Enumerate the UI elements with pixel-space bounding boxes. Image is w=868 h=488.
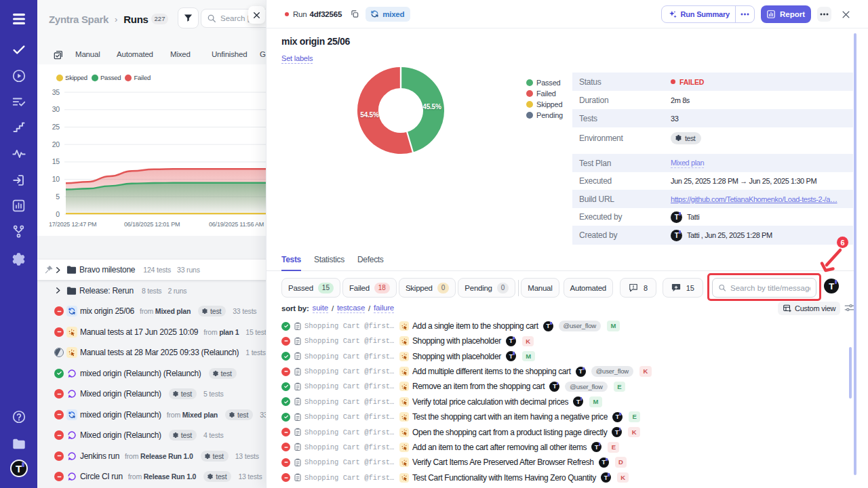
projects-folder-icon[interactable] bbox=[0, 436, 37, 451]
test-title[interactable]: Add multiple different items to the shop… bbox=[412, 367, 571, 376]
donut-legend-item-skipped[interactable]: Skipped bbox=[526, 99, 563, 110]
expand-chevron[interactable] bbox=[54, 287, 62, 294]
run-title[interactable]: Manual tests at 17 Jun 2025 10:09 bbox=[80, 327, 198, 337]
panel-close-button[interactable] bbox=[841, 9, 851, 20]
test-title[interactable]: Shopping with placeholder bbox=[412, 336, 501, 346]
settings-gear-icon[interactable] bbox=[0, 251, 37, 267]
donut-legend-item-passed[interactable]: Passed bbox=[526, 77, 563, 88]
test-row[interactable]: Shopping Cart @first…Shopping with place… bbox=[267, 333, 854, 348]
column-settings-icon[interactable] bbox=[844, 304, 854, 312]
test-row[interactable]: Shopping Cart @first…Remove an item from… bbox=[267, 379, 854, 394]
test-title[interactable]: Remove an item from the shopping cart bbox=[412, 382, 545, 391]
chip-comment-plus[interactable]: 15 bbox=[663, 278, 703, 298]
legend-item-failed[interactable]: Failed bbox=[125, 74, 151, 81]
test-row[interactable]: Shopping Cart @first…Add multiple differ… bbox=[267, 364, 854, 379]
test-title[interactable]: Test the shopping cart with an item havi… bbox=[412, 412, 608, 422]
chip-comment-exclaim[interactable]: 8 bbox=[620, 278, 656, 298]
tab-mixed[interactable]: Mixed bbox=[170, 50, 191, 58]
bar-chart-icon[interactable] bbox=[0, 198, 37, 213]
assignee-avatar[interactable]: T bbox=[824, 279, 839, 293]
check-icon[interactable] bbox=[0, 42, 37, 57]
tests-search-input[interactable] bbox=[730, 284, 810, 292]
breadcrumb-project[interactable]: Zyntra Spark bbox=[49, 14, 108, 25]
pulse-icon[interactable] bbox=[0, 146, 37, 161]
chip-pending[interactable]: Pending0 bbox=[458, 278, 515, 298]
chip-failed[interactable]: Failed18 bbox=[342, 278, 397, 298]
menu-icon[interactable] bbox=[0, 12, 37, 26]
boom-icon bbox=[401, 474, 408, 481]
tests-scrollbar[interactable] bbox=[849, 347, 852, 399]
chip-automated[interactable]: Automated bbox=[564, 278, 613, 298]
report-button[interactable]: Report bbox=[761, 5, 811, 23]
test-title[interactable]: Verify Cart Items Are Preserved After Br… bbox=[412, 458, 594, 467]
test-title[interactable]: Add an item to the cart after removing a… bbox=[412, 443, 587, 452]
sort-testcase-link[interactable]: testcase bbox=[337, 304, 365, 313]
tab-manual[interactable]: Manual bbox=[75, 50, 100, 58]
test-plan-link[interactable]: Mixed plan bbox=[671, 159, 704, 168]
run-type-badge[interactable]: mixed bbox=[366, 7, 410, 22]
sort-failure-link[interactable]: failure bbox=[374, 304, 394, 313]
tab-unfinished[interactable]: Unfinished bbox=[212, 50, 247, 58]
chip-passed[interactable]: Passed15 bbox=[281, 278, 340, 298]
donut-legend-item-failed[interactable]: Failed bbox=[526, 88, 563, 99]
run-summary-more-button[interactable] bbox=[735, 6, 754, 22]
run-title[interactable]: mixed origin (Relaunch) bbox=[80, 410, 161, 420]
legend-item-skipped[interactable]: Skipped bbox=[56, 74, 87, 81]
floating-close-button[interactable] bbox=[248, 6, 265, 24]
run-title[interactable]: Circle CI run bbox=[80, 472, 123, 481]
run-title[interactable]: Jenkins run bbox=[80, 451, 119, 461]
run-title[interactable]: Mixed origin (Relaunch) bbox=[80, 389, 161, 399]
test-title[interactable]: Add a single item to the shopping cart bbox=[412, 321, 538, 331]
run-title[interactable]: mix origin 25/06 bbox=[80, 306, 134, 316]
list-check-icon[interactable] bbox=[0, 95, 37, 110]
folder-title[interactable]: Release: Rerun bbox=[79, 286, 134, 296]
filter-button[interactable] bbox=[178, 7, 199, 28]
test-title[interactable]: Test Cart Functionality with Items Havin… bbox=[412, 473, 596, 483]
select-all-icon[interactable] bbox=[53, 49, 64, 60]
build-url-link[interactable]: https://github.com/TetianaKhomenko/Load-… bbox=[671, 195, 837, 203]
donut-legend-item-pending[interactable]: Pending bbox=[526, 110, 563, 121]
panel-actions: Run Summary Report bbox=[661, 5, 851, 23]
test-row[interactable]: Shopping Cart @first…Test the shopping c… bbox=[267, 409, 854, 424]
run-title[interactable]: mixed origin (Relaunch) (Relaunch) bbox=[80, 369, 201, 378]
test-title[interactable]: Open the shopping cart from a product li… bbox=[412, 428, 607, 437]
tab-defects[interactable]: Defects bbox=[357, 255, 384, 270]
user-avatar[interactable]: T bbox=[0, 460, 37, 477]
test-row[interactable]: Shopping Cart @first…Test Cart Functiona… bbox=[267, 470, 854, 485]
failed-icon bbox=[281, 443, 290, 451]
test-row[interactable]: Shopping Cart @first…Add a single item t… bbox=[267, 319, 854, 333]
tab-automated[interactable]: Automated bbox=[117, 50, 153, 58]
test-row[interactable]: Shopping Cart @first…Verify total price … bbox=[267, 394, 854, 409]
run-summary-button[interactable]: Run Summary bbox=[661, 5, 755, 23]
panel-scrollbar[interactable] bbox=[854, 33, 856, 475]
set-labels-link[interactable]: Set labels bbox=[281, 54, 313, 64]
run-title[interactable]: Mixed origin (Relaunch) bbox=[80, 430, 161, 440]
test-row[interactable]: Shopping Cart @first…Shopping with place… bbox=[267, 349, 854, 364]
play-circle-icon[interactable] bbox=[0, 68, 37, 83]
help-icon[interactable] bbox=[0, 409, 37, 424]
environment-badge[interactable]: test bbox=[671, 132, 701, 144]
run-from: from plan 1 bbox=[203, 328, 239, 336]
custom-view-button[interactable]: Custom view bbox=[778, 302, 840, 315]
test-row[interactable]: Shopping Cart @first…Open the shopping c… bbox=[267, 425, 854, 440]
test-title[interactable]: Shopping with placeholder bbox=[412, 352, 501, 361]
tab-statistics[interactable]: Statistics bbox=[314, 255, 344, 270]
steps-icon[interactable] bbox=[0, 121, 37, 136]
test-row[interactable]: Shopping Cart @first…Verify Cart Items A… bbox=[267, 455, 854, 470]
enter-icon[interactable] bbox=[0, 173, 37, 188]
folder-title[interactable]: Bravo milestone bbox=[79, 265, 135, 274]
legend-item-passed[interactable]: Passed bbox=[92, 74, 121, 81]
sort-suite-link[interactable]: suite bbox=[313, 304, 328, 313]
chip-skipped[interactable]: Skipped0 bbox=[399, 278, 456, 298]
copy-run-id-button[interactable] bbox=[350, 9, 359, 19]
test-title[interactable]: Verify total price calculation with deci… bbox=[412, 397, 568, 407]
testcase-icon bbox=[294, 322, 302, 331]
git-branch-icon[interactable] bbox=[0, 224, 37, 239]
tab-tests[interactable]: Tests bbox=[281, 255, 301, 271]
test-row[interactable]: Shopping Cart @first…Add an item to the … bbox=[267, 440, 854, 455]
expand-chevron[interactable] bbox=[54, 266, 62, 274]
runs-count-badge: 227 bbox=[151, 14, 169, 24]
more-actions-button[interactable] bbox=[817, 7, 831, 22]
chip-manual[interactable]: Manual bbox=[521, 278, 559, 298]
run-title[interactable]: Manual tests at 28 Mar 2025 09:33 (Relau… bbox=[80, 348, 239, 357]
